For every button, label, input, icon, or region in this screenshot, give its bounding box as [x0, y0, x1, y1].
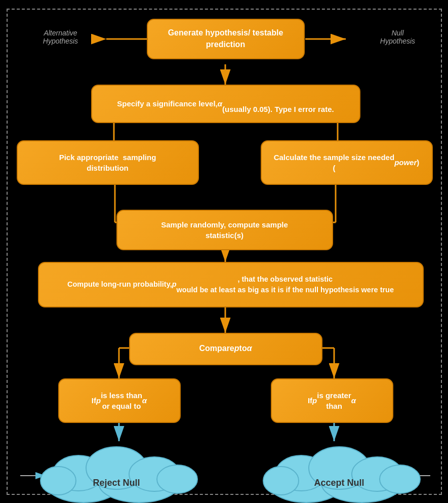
if-greater-box: If p is greaterthan α [271, 378, 393, 423]
compute-box: Compute long-run probability, p, that th… [38, 262, 424, 307]
sample-box: Sample randomly, compute samplestatistic… [116, 210, 333, 250]
calculate-box: Calculate the sample size needed(power) [261, 140, 433, 185]
svg-point-33 [157, 465, 197, 493]
null-hypothesis-label: Null Hypothesis [375, 29, 421, 45]
reject-null-cloud: Reject Null [38, 443, 200, 504]
pick-box: Pick appropriate samplingdistribution [17, 140, 199, 185]
svg-point-32 [40, 467, 76, 495]
svg-text:Accept Null: Accept Null [314, 477, 364, 487]
svg-text:Reject Null: Reject Null [93, 477, 140, 487]
compare-box: Compare p to α [129, 333, 322, 365]
diagram-container: Alternative Hypothesis Null Hypothesis G… [7, 9, 442, 495]
if-less-box: If p is less thanor equal to α [58, 378, 181, 423]
svg-point-41 [380, 465, 420, 493]
alternative-hypothesis-label: Alternative Hypothesis [38, 29, 84, 45]
generate-box: Generate hypothesis/ testable prediction [147, 19, 305, 59]
specify-box: Specify a significance level, α(usually … [91, 85, 360, 123]
accept-null-cloud: Accept Null [261, 443, 423, 504]
svg-point-40 [263, 467, 299, 495]
